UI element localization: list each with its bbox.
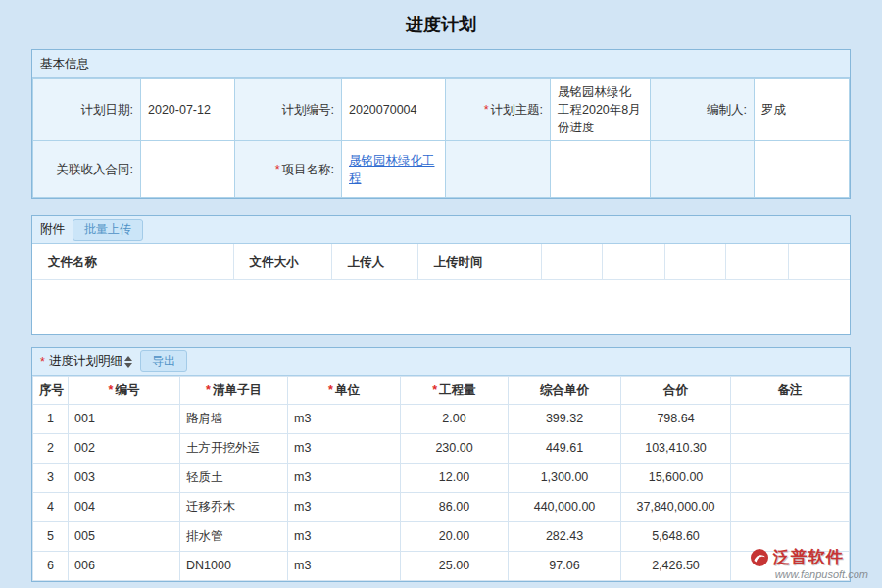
plan-date-value: 2020-07-12: [141, 79, 235, 141]
cell-unit_price: 440,000.00: [509, 492, 621, 521]
details-title: 进度计划明细: [49, 353, 122, 369]
empty-label-cell: [651, 141, 755, 198]
table-row: 6006DN1000m325.0097.062,426.50: [33, 551, 850, 580]
cell-seq: 3: [33, 463, 69, 492]
basic-info-header-bar: 基本信息: [32, 50, 850, 78]
table-row: 4004迁移乔木m386.00440,000.0037,840,000.00: [33, 492, 850, 521]
cell-total: 37,840,000.00: [621, 492, 731, 521]
project-label: *项目名称:: [235, 141, 342, 198]
cell-total: 103,410.30: [621, 433, 731, 463]
details-column-label: 序号: [39, 383, 64, 397]
contract-value: [141, 141, 235, 198]
cell-item: 轻质土: [180, 463, 288, 492]
cell-seq: 6: [33, 551, 69, 580]
cell-item: 迁移乔木: [180, 492, 288, 521]
cell-remark: [731, 463, 850, 492]
details-column-header-5: 综合单价: [509, 376, 621, 404]
cell-code: 003: [69, 463, 180, 492]
basic-info-row-1: 计划日期: 2020-07-12 计划编号: 2020070004 *计划主题:…: [33, 79, 850, 141]
table-row: 2002土方开挖外运m3230.00449.61103,410.30: [33, 433, 850, 463]
cell-unit: m3: [288, 492, 401, 521]
cell-quantity: 230.00: [401, 433, 509, 463]
batch-upload-button[interactable]: 批量上传: [73, 219, 143, 241]
cell-seq: 5: [33, 521, 69, 551]
cell-unit_price: 449.61: [509, 433, 621, 463]
cell-total: 15,600.00: [621, 463, 731, 492]
cell-unit_price: 97.06: [509, 551, 621, 580]
details-table: 序号*编号*清单子目*单位*工程量综合单价合价备注 1001路肩墙m32.003…: [32, 376, 850, 581]
contract-label: 关联收入合同:: [33, 141, 141, 198]
attachments-empty-area: [32, 280, 850, 334]
details-table-body: 1001路肩墙m32.00399.32798.642002土方开挖外运m3230…: [33, 404, 850, 580]
cell-unit: m3: [288, 551, 401, 580]
required-marker: *: [206, 383, 211, 397]
empty-label-cell: [446, 141, 551, 198]
cell-item: 土方开挖外运: [180, 433, 288, 463]
attachments-table: 文件名称文件大小上传人上传时间: [32, 244, 850, 280]
required-marker: *: [275, 163, 280, 176]
details-column-header-7: 备注: [731, 376, 850, 404]
cell-unit: m3: [288, 521, 401, 551]
watermark: 泛普软件 www.fanpusoft.com: [750, 546, 868, 580]
details-column-label: 单位: [335, 383, 360, 397]
cell-item: 排水管: [180, 521, 288, 551]
attach-column-header-empty: [602, 244, 664, 279]
required-marker: *: [432, 383, 437, 397]
attach-column-header-0: 文件名称: [32, 244, 233, 279]
required-marker: *: [484, 103, 489, 117]
attachments-header-row: 文件名称文件大小上传人上传时间: [32, 244, 850, 279]
basic-info-title: 基本信息: [40, 56, 89, 73]
attach-column-header-empty: [541, 244, 602, 279]
cell-code: 004: [69, 492, 180, 521]
cell-remark: [731, 404, 850, 433]
required-marker: *: [40, 355, 45, 368]
empty-value-cell: [551, 141, 651, 198]
empty-value-cell: [755, 141, 850, 198]
cell-code: 005: [69, 521, 180, 551]
details-header-row: 序号*编号*清单子目*单位*工程量综合单价合价备注: [33, 376, 850, 404]
plan-date-label: 计划日期:: [33, 79, 141, 141]
basic-info-section: 基本信息 计划日期: 2020-07-12 计划编号: 2020070004 *…: [31, 49, 851, 199]
details-column-header-1: *编号: [69, 376, 180, 404]
cell-item: DN1000: [180, 551, 288, 580]
table-row: 5005排水管m320.00282.435,648.60: [33, 521, 850, 551]
details-title-group: *进度计划明细: [40, 353, 132, 369]
cell-unit_price: 282.43: [509, 521, 621, 551]
details-column-label: 工程量: [439, 383, 476, 397]
details-column-header-6: 合价: [621, 376, 731, 404]
cell-seq: 4: [33, 492, 69, 521]
basic-info-row-2: 关联收入合同: *项目名称: 晟铭园林绿化工程: [33, 141, 850, 198]
export-button[interactable]: 导出: [140, 350, 187, 372]
cell-quantity: 20.00: [401, 521, 509, 551]
cell-unit_price: 399.32: [509, 404, 621, 433]
details-column-label: 编号: [115, 383, 139, 397]
details-column-label: 备注: [778, 383, 803, 397]
plan-subject-value: 晟铭园林绿化工程2020年8月份进度: [551, 79, 651, 141]
fanpu-logo-icon: [750, 548, 769, 567]
project-label-text: 项目名称:: [282, 163, 334, 176]
attachments-header-bar: 附件 批量上传: [32, 216, 850, 244]
cell-code: 006: [69, 551, 180, 580]
sort-icon[interactable]: [124, 356, 132, 368]
plan-subject-label-text: 计划主题:: [491, 103, 543, 117]
table-row: 3003轻质土m312.001,300.0015,600.00: [33, 463, 850, 492]
cell-unit_price: 1,300.00: [509, 463, 621, 492]
basic-info-table: 计划日期: 2020-07-12 计划编号: 2020070004 *计划主题:…: [32, 78, 850, 198]
attachments-title: 附件: [40, 221, 65, 238]
cell-quantity: 86.00: [401, 492, 509, 521]
required-marker: *: [109, 383, 114, 397]
cell-remark: [731, 492, 850, 521]
cell-total: 5,648.60: [621, 521, 731, 551]
details-column-label: 合价: [663, 383, 688, 397]
cell-seq: 1: [33, 404, 69, 433]
project-name-cell: 晟铭园林绿化工程: [342, 141, 446, 198]
attach-column-header-3: 上传时间: [417, 244, 541, 279]
cell-unit: m3: [288, 404, 401, 433]
project-name-link[interactable]: 晟铭园林绿化工程: [349, 154, 435, 185]
plan-subject-label: *计划主题:: [446, 79, 551, 141]
attach-column-header-1: 文件大小: [233, 244, 331, 279]
cell-quantity: 2.00: [401, 404, 509, 433]
cell-remark: [731, 433, 850, 463]
attach-column-header-empty: [725, 244, 788, 279]
cell-unit: m3: [288, 463, 401, 492]
